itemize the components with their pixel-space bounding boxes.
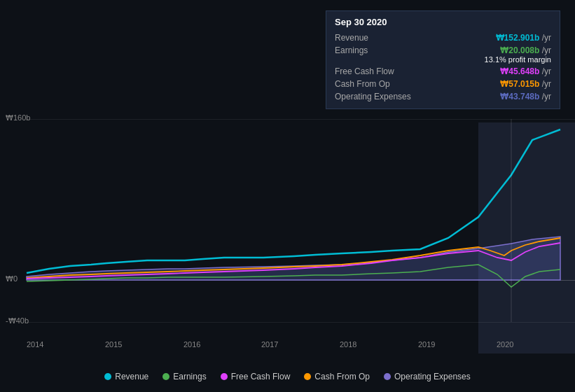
tooltip-fcf-value: ₩45.648b /yr	[500, 66, 551, 76]
legend-fcf[interactable]: Free Cash Flow	[221, 372, 291, 382]
legend-earnings-dot	[162, 373, 169, 380]
legend-earnings[interactable]: Earnings	[162, 372, 206, 382]
tooltip-fcf-label: Free Cash Flow	[335, 66, 500, 76]
tooltip-revenue-value: ₩152.901b /yr	[496, 33, 551, 43]
tooltip-box: Sep 30 2020 Revenue ₩152.901b /yr Earnin…	[326, 10, 560, 109]
tooltip-date: Sep 30 2020	[335, 17, 551, 27]
tooltip-cashfromop-label: Cash From Op	[335, 79, 500, 89]
legend-cashfromop-label: Cash From Op	[314, 372, 370, 382]
chart-container: Sep 30 2020 Revenue ₩152.901b /yr Earnin…	[0, 0, 575, 392]
legend-opex[interactable]: Operating Expenses	[384, 372, 471, 382]
tooltip-profit-margin: 13.1% profit margin	[485, 55, 551, 64]
legend-opex-label: Operating Expenses	[394, 372, 471, 382]
legend-cashfromop-dot	[304, 373, 311, 380]
x-label-2014: 2014	[27, 340, 43, 349]
x-label-2018: 2018	[340, 340, 356, 349]
tooltip-earnings-block: ₩20.008b /yr 13.1% profit margin	[485, 46, 551, 64]
legend-revenue-dot	[104, 373, 111, 380]
legend-cashfromop[interactable]: Cash From Op	[304, 372, 370, 382]
legend-opex-dot	[384, 373, 391, 380]
tooltip-opex-row: Operating Expenses ₩43.748b /yr	[335, 90, 551, 103]
legend-fcf-label: Free Cash Flow	[231, 372, 291, 382]
legend-fcf-dot	[221, 373, 228, 380]
legend-earnings-label: Earnings	[173, 372, 206, 382]
x-label-2016: 2016	[183, 340, 200, 349]
x-label-2019: 2019	[418, 340, 435, 349]
x-label-2017: 2017	[261, 340, 278, 349]
chart-legend: Revenue Earnings Free Cash Flow Cash Fro…	[0, 372, 575, 382]
tooltip-fcf-row: Free Cash Flow ₩45.648b /yr	[335, 65, 551, 78]
legend-revenue[interactable]: Revenue	[104, 372, 148, 382]
x-label-2020: 2020	[497, 340, 513, 349]
tooltip-revenue-label: Revenue	[335, 33, 496, 43]
tooltip-earnings-label: Earnings	[335, 46, 485, 55]
tooltip-cashfromop-row: Cash From Op ₩57.015b /yr	[335, 78, 551, 90]
tooltip-revenue-row: Revenue ₩152.901b /yr	[335, 31, 551, 44]
tooltip-opex-value: ₩43.748b /yr	[500, 92, 551, 102]
tooltip-earnings-value: ₩20.008b /yr	[485, 46, 551, 55]
x-label-2015: 2015	[105, 340, 122, 349]
tooltip-cashfromop-value: ₩57.015b /yr	[500, 79, 551, 89]
tooltip-opex-label: Operating Expenses	[335, 92, 500, 102]
tooltip-earnings-row: Earnings ₩20.008b /yr 13.1% profit margi…	[335, 44, 551, 65]
legend-revenue-label: Revenue	[115, 372, 148, 382]
